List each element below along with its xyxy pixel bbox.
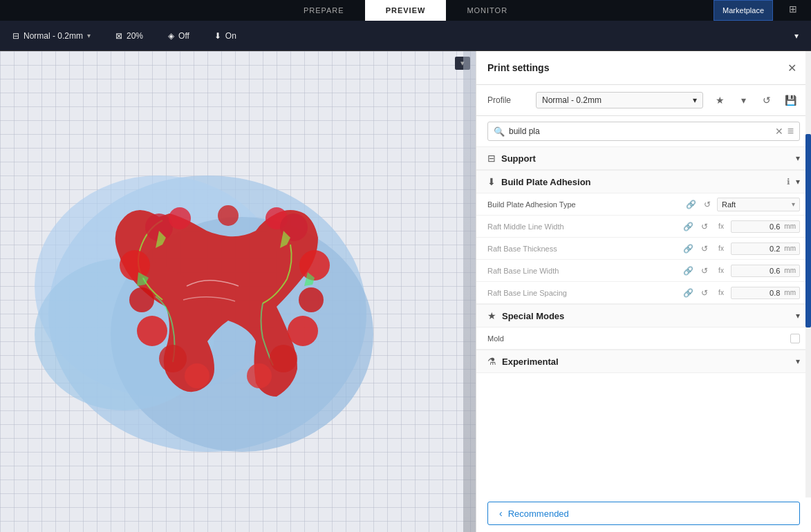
search-clear-button[interactable]: ✕ [775, 126, 783, 137]
support-section-title: Support [501, 153, 790, 164]
profile-selector[interactable]: ⊟ Normal - 0.2mm ▾ [7, 28, 96, 44]
raft-thickness-reset-btn[interactable]: ↺ [698, 242, 711, 256]
raft-base-width-fx-btn[interactable]: fx [714, 264, 728, 278]
svg-point-15 [169, 207, 191, 229]
raft-base-thickness-unit: mm [784, 243, 799, 254]
raft-base-width-reset-btn[interactable]: ↺ [698, 264, 711, 278]
more-chevron: ▾ [794, 31, 799, 41]
build-plate-icon: ⬇ [487, 176, 496, 187]
support-chevron: ▾ [796, 153, 800, 163]
profile-star-button[interactable]: ★ [710, 91, 729, 110]
raft-base-spacing-value-box[interactable]: 0.8 mm [731, 287, 800, 299]
svg-point-13 [299, 250, 330, 281]
profile-actions: ★ ▾ ↺ 💾 [710, 91, 800, 110]
special-modes-section-header[interactable]: ★ Special Modes ▾ [476, 304, 811, 327]
close-button[interactable]: ✕ [783, 59, 800, 76]
infill-label: 20% [127, 31, 143, 41]
raft-thickness-fx-btn[interactable]: fx [714, 242, 728, 256]
search-menu-button[interactable]: ≡ [787, 125, 794, 137]
svg-point-6 [137, 316, 167, 346]
build-plate-chevron: ▾ [796, 177, 800, 187]
model-svg [21, 93, 436, 493]
recommended-button[interactable]: ‹ Recommended [487, 502, 800, 525]
search-icon: 🔍 [494, 126, 505, 137]
dropdown-arrow: ▾ [792, 200, 795, 208]
raft-base-thickness-label: Raft Base Thickness [487, 245, 681, 253]
adhesion-type-reset-btn[interactable]: ↺ [700, 198, 714, 211]
raft-base-spacing-controls: 🔗 ↺ fx 0.8 mm [681, 286, 800, 300]
adhesion-selector[interactable]: ⬇ On [209, 28, 242, 44]
adhesion-type-link-btn[interactable]: 🔗 [684, 198, 698, 211]
raft-base-line-width-row: Raft Base Line Width 🔗 ↺ fx 0.6 mm [476, 260, 811, 282]
experimental-section-header[interactable]: ⚗ Experimental ▾ [476, 350, 811, 373]
support-label: Off [178, 31, 189, 41]
raft-base-spacing-label: Raft Base Line Spacing [487, 289, 681, 297]
svg-point-5 [129, 287, 154, 312]
raft-base-thickness-controls: 🔗 ↺ fx 0.2 mm [681, 242, 800, 256]
raft-base-line-width-value-box[interactable]: 0.6 mm [731, 265, 800, 277]
support-icon: ◈ [168, 31, 174, 41]
raft-base-spacing-unit: mm [784, 287, 799, 298]
canvas-area: ▾ [0, 51, 476, 532]
mold-checkbox[interactable] [790, 334, 800, 343]
raft-base-thickness-value-box[interactable]: 0.2 mm [731, 243, 800, 255]
recommended-label: Recommended [508, 509, 569, 519]
adhesion-type-dropdown[interactable]: Raft ▾ [717, 198, 800, 211]
raft-spacing-reset-btn[interactable]: ↺ [698, 286, 711, 300]
raft-middle-width-value-box[interactable]: 0.6 mm [731, 220, 800, 233]
top-navbar: PREPARE PREVIEW MONITOR Marketplace ⊞ [0, 0, 811, 21]
infill-selector[interactable]: ⊠ 20% [110, 28, 149, 44]
experimental-section-title: Experimental [502, 357, 790, 367]
build-plate-section-header[interactable]: ⬇ Build Plate Adhesion ℹ ▾ [476, 170, 811, 193]
profile-label: Normal - 0.2mm [24, 31, 83, 41]
nav-preview[interactable]: PREVIEW [365, 0, 447, 21]
profile-chevron: ▾ [693, 95, 697, 105]
profile-reset-button[interactable]: ↺ [757, 91, 776, 110]
support-section-header[interactable]: ⊟ Support ▾ [476, 146, 811, 170]
profile-chevron: ▾ [87, 32, 91, 39]
raft-base-thickness-value: 0.2 [731, 243, 784, 254]
marketplace-button[interactable]: Marketplace [714, 0, 773, 21]
raft-spacing-fx-btn[interactable]: fx [714, 286, 728, 300]
build-plate-bar [463, 51, 476, 532]
raft-middle-reset-btn[interactable]: ↺ [698, 220, 711, 234]
support-selector[interactable]: ◈ Off [162, 28, 195, 44]
build-plate-info-button[interactable]: ℹ [787, 177, 790, 187]
raft-middle-link-btn[interactable]: 🔗 [681, 220, 695, 234]
adhesion-type-row: Build Plate Adhesion Type 🔗 ↺ Raft ▾ [476, 193, 811, 216]
raft-middle-width-value: 0.6 [731, 221, 784, 232]
adhesion-type-value: Raft [722, 200, 736, 209]
raft-base-width-link-btn[interactable]: 🔗 [681, 264, 695, 278]
search-input[interactable] [509, 126, 771, 136]
raft-base-line-width-unit: mm [784, 265, 799, 276]
raft-middle-width-row: Raft Middle Line Width 🔗 ↺ fx 0.6 mm [476, 216, 811, 238]
toolbar-more[interactable]: ▾ [789, 28, 804, 44]
mold-row: Mold [476, 327, 811, 350]
search-bar: 🔍 ✕ ≡ [487, 122, 800, 141]
grid-icon[interactable]: ⊞ [789, 3, 797, 15]
nav-prepare[interactable]: PREPARE [283, 0, 365, 21]
adhesion-type-controls: 🔗 ↺ Raft ▾ [684, 198, 800, 211]
raft-thickness-link-btn[interactable]: 🔗 [681, 242, 695, 256]
special-modes-icon: ★ [487, 310, 496, 321]
profile-icon: ⊟ [12, 31, 19, 41]
svg-point-10 [270, 345, 297, 372]
raft-middle-width-controls: 🔗 ↺ fx 0.6 mm [681, 220, 800, 234]
toolbar: ⊟ Normal - 0.2mm ▾ ⊠ 20% ◈ Off ⬇ On ▾ [0, 21, 811, 51]
print-settings-panel: Print settings ✕ Profile Normal - 0.2mm … [476, 51, 811, 532]
experimental-icon: ⚗ [487, 356, 496, 367]
profile-value: Normal - 0.2mm [542, 95, 602, 105]
raft-middle-fx-btn[interactable]: fx [714, 220, 728, 234]
raft-base-line-width-value: 0.6 [731, 265, 784, 276]
profile-save-button[interactable]: 💾 [781, 91, 800, 110]
svg-point-9 [247, 363, 272, 388]
panel-scrollbar[interactable] [805, 51, 811, 497]
special-modes-chevron: ▾ [796, 311, 800, 321]
profile-select[interactable]: Normal - 0.2mm ▾ [536, 92, 703, 108]
nav-monitor[interactable]: MONITOR [446, 0, 528, 21]
settings-title: Print settings [487, 62, 549, 73]
profile-chevron-button[interactable]: ▾ [734, 91, 753, 110]
svg-point-4 [120, 250, 150, 281]
raft-spacing-link-btn[interactable]: 🔗 [681, 286, 695, 300]
svg-point-12 [299, 287, 324, 312]
